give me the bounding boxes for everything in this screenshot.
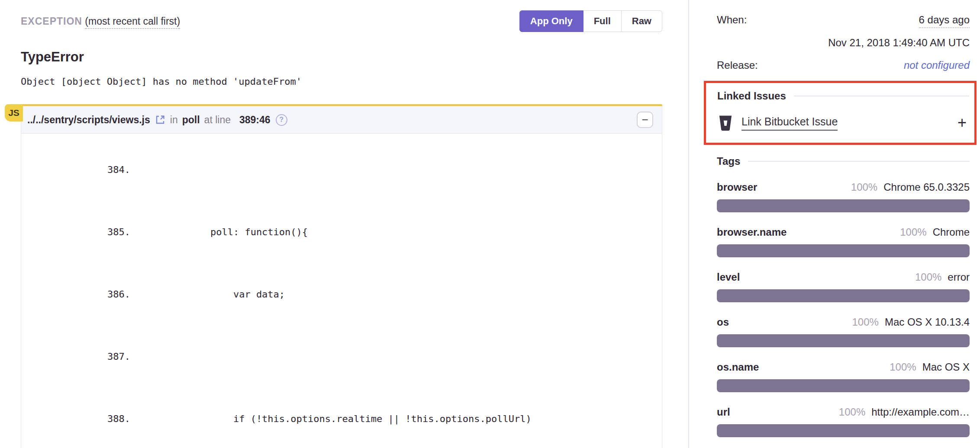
tag-value: http://example.com…: [871, 406, 970, 418]
code-line: 388. if (!this.options.realtime || !this…: [21, 388, 662, 448]
code-line-text: if (!this.options.realtime || !this.opti…: [164, 413, 532, 424]
tag-row: level 100% error: [717, 271, 970, 302]
event-sidebar: When: 6 days ago Nov 21, 2018 1:49:40 AM…: [689, 0, 980, 448]
release-row: Release: not configured: [717, 59, 970, 71]
error-type-title: TypeError: [21, 49, 667, 65]
tag-key[interactable]: os: [717, 316, 729, 328]
tag-percent: 100%: [900, 226, 926, 238]
linked-issues-header: Linked Issues: [717, 90, 969, 102]
frame-header: ../../sentry/scripts/views.js in poll at…: [21, 106, 662, 134]
tag-value: Mac OS X 10.13.4: [885, 316, 970, 328]
tag-key[interactable]: browser: [717, 181, 757, 193]
when-absolute-time: Nov 21, 2018 1:49:40 AM UTC: [717, 37, 970, 49]
tag-row-header: browser.name 100% Chrome: [717, 226, 970, 238]
tag-distribution-bar: [717, 199, 970, 212]
code-line-number: 388.: [107, 409, 164, 429]
tag-key[interactable]: url: [717, 406, 730, 418]
stack-frame-expanded: ../../sentry/scripts/views.js in poll at…: [21, 104, 662, 448]
tag-percent: 100%: [852, 316, 879, 328]
code-line-number: 387.: [107, 346, 164, 367]
tag-value: Mac OS X: [922, 361, 970, 373]
tag-key[interactable]: os.name: [717, 361, 759, 373]
bitbucket-icon[interactable]: [717, 114, 734, 131]
tag-row: os.name 100% Mac OS X: [717, 361, 970, 392]
tag-key[interactable]: level: [717, 271, 740, 283]
tag-row-header: os 100% Mac OS X 10.13.4: [717, 316, 970, 328]
tag-value: Chrome: [933, 226, 970, 238]
collapse-frame-button[interactable]: −: [637, 112, 653, 128]
frame-function-name: poll: [182, 114, 200, 126]
tags-section: Tags browser 100% Chrome 65.0.3325 brows…: [717, 155, 970, 437]
tag-percent: 100%: [915, 271, 941, 283]
js-platform-badge: JS: [5, 104, 23, 122]
release-value-link[interactable]: not configured: [904, 59, 970, 71]
frame-help-icon[interactable]: ?: [276, 114, 287, 126]
when-row: When: 6 days ago: [717, 14, 970, 28]
tag-percent: 100%: [851, 181, 877, 193]
tag-distribution-bar: [717, 424, 970, 437]
code-line: 386. var data;: [21, 263, 662, 326]
tag-row: url 100% http://example.com…: [717, 406, 970, 437]
tags-title: Tags: [717, 155, 740, 167]
frame-at-line-label: at line: [204, 114, 231, 126]
frame-file-path[interactable]: ../../sentry/scripts/views.js: [27, 114, 150, 126]
toggle-app-only-button[interactable]: App Only: [519, 10, 583, 32]
code-line: 385. poll: function(){: [21, 201, 662, 263]
tag-distribution-bar: [717, 289, 970, 302]
code-line: 384.: [21, 139, 662, 201]
tag-row: browser.name 100% Chrome: [717, 226, 970, 257]
exception-header: EXCEPTION (most recent call first) App O…: [21, 10, 662, 32]
add-linked-issue-icon[interactable]: +: [957, 115, 967, 131]
exception-panel: EXCEPTION (most recent call first) App O…: [0, 0, 688, 448]
frame-line-number: 389:46: [239, 114, 271, 126]
stacktrace-view-toggle: App Only Full Raw: [519, 10, 662, 32]
exception-section-label: EXCEPTION: [21, 16, 82, 27]
code-line-number: 384.: [107, 160, 164, 180]
code-line-number: 386.: [107, 284, 164, 305]
code-line-number: 385.: [107, 222, 164, 243]
exception-order-note[interactable]: (most recent call first): [85, 16, 180, 29]
tag-percent: 100%: [890, 361, 916, 373]
source-code-context: 384. 385. poll: function(){ 386. var dat…: [21, 134, 662, 448]
section-rule: [748, 161, 970, 162]
tag-value: error: [948, 271, 970, 283]
exception-title: EXCEPTION (most recent call first): [21, 16, 180, 27]
code-line-text: var data;: [164, 289, 285, 300]
code-line: 387.: [21, 326, 662, 388]
section-rule: [794, 96, 969, 96]
tags-header: Tags: [717, 155, 970, 167]
error-message: Object [object Object] has no method 'up…: [21, 76, 667, 87]
stack-frames: JS ../../sentry/scripts/views.js in poll…: [21, 104, 662, 448]
tag-row-header: level 100% error: [717, 271, 970, 283]
tag-distribution-bar: [717, 334, 970, 347]
tag-key[interactable]: browser.name: [717, 226, 787, 238]
when-label: When:: [717, 14, 747, 26]
toggle-raw-button[interactable]: Raw: [622, 10, 662, 32]
frame-in-label: in: [170, 114, 178, 126]
link-bitbucket-issue-link[interactable]: Link Bitbucket Issue: [741, 115, 838, 131]
tag-row-header: url 100% http://example.com…: [717, 406, 970, 418]
tag-row: browser 100% Chrome 65.0.3325: [717, 181, 970, 212]
external-link-icon[interactable]: [155, 114, 166, 125]
when-relative-time[interactable]: 6 days ago: [919, 14, 970, 28]
toggle-full-button[interactable]: Full: [583, 10, 622, 32]
linked-issues-title: Linked Issues: [717, 90, 786, 102]
tag-percent: 100%: [839, 406, 865, 418]
link-bitbucket-row: Link Bitbucket Issue +: [717, 114, 969, 131]
tag-distribution-bar: [717, 379, 970, 392]
tag-value: Chrome 65.0.3325: [883, 181, 970, 193]
tag-row-header: browser 100% Chrome 65.0.3325: [717, 181, 970, 193]
linked-issues-annotation-box: Linked Issues Link Bitbucket Issue +: [704, 81, 977, 145]
tag-row: os 100% Mac OS X 10.13.4: [717, 316, 970, 347]
tag-distribution-bar: [717, 244, 970, 257]
tag-row-header: os.name 100% Mac OS X: [717, 361, 970, 373]
release-label: Release:: [717, 59, 758, 71]
code-line-text: poll: function(){: [164, 227, 308, 237]
